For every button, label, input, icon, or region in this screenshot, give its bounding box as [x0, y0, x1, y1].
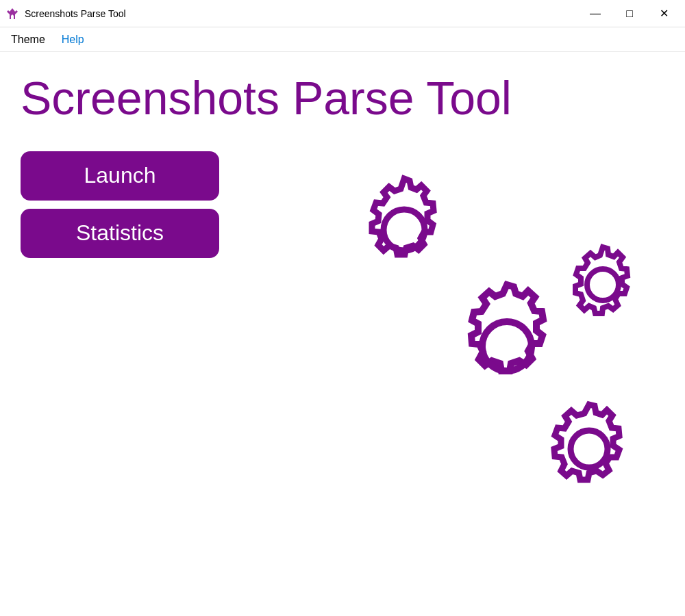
title-bar-text: Screenshots Parse Tool: [25, 8, 126, 19]
statistics-button[interactable]: Statistics: [21, 209, 219, 258]
launch-button[interactable]: Launch: [21, 151, 219, 201]
maximize-button[interactable]: □: [614, 3, 645, 25]
title-bar-left: Screenshots Parse Tool: [5, 7, 126, 21]
app-icon: [5, 7, 19, 21]
main-content: Screenshots Parse Tool Launch Statistics: [0, 52, 685, 616]
svg-point-0: [384, 209, 425, 251]
svg-point-3: [571, 431, 608, 467]
app-title: Screenshots Parse Tool: [21, 73, 664, 124]
title-bar: Screenshots Parse Tool — □ ✕: [0, 0, 685, 27]
svg-point-1: [482, 322, 532, 371]
menu-item-help[interactable]: Help: [53, 31, 92, 49]
gears-svg: [315, 141, 671, 538]
svg-point-2: [587, 269, 619, 300]
menu-item-theme[interactable]: Theme: [3, 31, 53, 49]
close-button[interactable]: ✕: [648, 3, 680, 25]
gears-illustration: [315, 141, 671, 538]
menu-bar: Theme Help: [0, 27, 685, 52]
title-bar-controls: — □ ✕: [580, 3, 680, 25]
minimize-button[interactable]: —: [580, 3, 611, 25]
